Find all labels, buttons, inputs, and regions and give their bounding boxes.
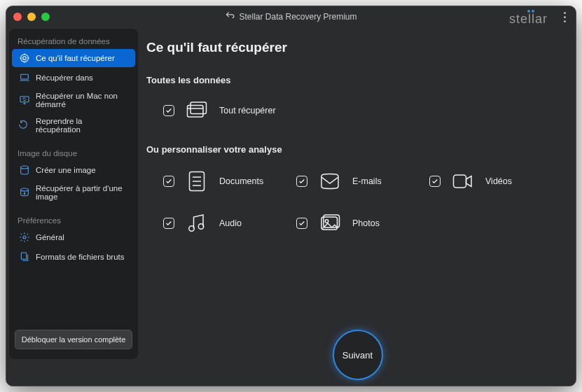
sidebar-header-prefs: Préférences [9, 212, 138, 227]
brand-logo: stellar [509, 12, 548, 27]
sidebar-item-raw-formats[interactable]: Formats de fichiers bruts [12, 248, 135, 266]
sidebar-header-image: Image du disque [9, 145, 138, 160]
svg-rect-8 [188, 106, 204, 118]
sidebar-item-general[interactable]: Général [12, 228, 135, 246]
checkbox-audio[interactable] [163, 218, 174, 229]
sidebar-item-recover-non-booting[interactable]: Récupérer un Mac non démarré [12, 88, 135, 112]
svg-rect-2 [21, 74, 29, 79]
option-documents: Documents [163, 169, 296, 194]
svg-point-15 [325, 220, 328, 223]
option-recover-all: Tout récupérer [163, 98, 569, 123]
svg-point-5 [21, 188, 29, 191]
title-bar: Stellar Data Recovery Premium stellar [6, 6, 576, 27]
svg-point-0 [21, 55, 29, 62]
title-center: Stellar Data Recovery Premium [6, 10, 576, 23]
svg-point-4 [21, 166, 29, 169]
svg-rect-3 [20, 97, 29, 102]
app-window: Stellar Data Recovery Premium stellar Ré… [6, 6, 576, 386]
sidebar-item-recover-from-image[interactable]: Récupérer à partir d'une image [12, 181, 135, 204]
envelope-icon [317, 169, 342, 194]
sidebar-item-label: Reprendre la récupération [36, 117, 128, 134]
option-label: Vidéos [485, 176, 512, 186]
brand-post: ar [535, 12, 548, 26]
option-videos: Vidéos [429, 169, 562, 194]
checkbox-photos[interactable] [296, 218, 307, 229]
target-icon [19, 52, 30, 64]
unlock-full-version-button[interactable]: Débloquer la version complète [15, 330, 132, 349]
photo-icon [317, 211, 342, 236]
zoom-window-button[interactable] [41, 13, 50, 21]
minimize-window-button[interactable] [27, 13, 36, 21]
sidebar-header-recovery: Récupération de données [9, 33, 138, 48]
option-label: Documents [219, 176, 263, 186]
close-window-button[interactable] [13, 13, 22, 21]
checkbox-documents[interactable] [163, 176, 174, 187]
option-audio: Audio [163, 211, 296, 236]
sidebar-item-label: Récupérer un Mac non démarré [36, 92, 128, 108]
svg-point-6 [23, 236, 26, 239]
folder-stack-icon [184, 98, 209, 123]
sidebar-item-label: Général [36, 233, 64, 241]
page-title: Ce qu'il faut récupérer [146, 40, 569, 55]
kebab-menu-icon[interactable] [564, 12, 566, 22]
next-button[interactable]: Suivant [333, 330, 383, 380]
disk-icon [19, 164, 30, 176]
checkbox-recover-all[interactable] [163, 105, 174, 116]
option-emails: E-mails [296, 169, 429, 194]
disk-arrow-icon [19, 187, 30, 198]
customize-heading: Ou personnaliser votre analyse [146, 144, 569, 155]
checkbox-emails[interactable] [296, 176, 307, 187]
checkbox-videos[interactable] [429, 176, 441, 187]
svg-rect-11 [454, 175, 466, 188]
main-panel: Ce qu'il faut récupérer Toutes les donné… [146, 40, 569, 376]
gear-icon [19, 232, 30, 243]
sidebar-item-create-image[interactable]: Créer une image [12, 161, 135, 179]
monitor-reload-icon [19, 94, 30, 106]
option-label: Tout récupérer [219, 106, 276, 115]
laptop-icon [19, 72, 30, 83]
brand-pre: ste [509, 12, 528, 26]
file-stack-icon [19, 251, 30, 262]
sidebar-item-label: Formats de fichiers bruts [36, 253, 125, 261]
sidebar-item-label: Récupérer dans [36, 74, 93, 82]
sidebar-item-resume-recovery[interactable]: Reprendre la récupération [12, 113, 135, 137]
app-title: Stellar Data Recovery Premium [239, 12, 356, 22]
video-icon [450, 169, 476, 194]
svg-rect-7 [21, 253, 26, 259]
sidebar-item-what-to-recover[interactable]: Ce qu'il faut récupérer [12, 49, 135, 67]
back-icon[interactable] [225, 10, 235, 23]
music-note-icon [184, 211, 209, 236]
sidebar-item-label: Créer une image [36, 166, 96, 174]
option-photos: Photos [296, 211, 429, 236]
document-icon [184, 169, 209, 194]
sidebar: Récupération de données Ce qu'il faut ré… [9, 29, 138, 359]
option-label: Photos [352, 218, 380, 228]
next-label: Suivant [342, 350, 373, 360]
option-label: Audio [219, 218, 242, 228]
sidebar-item-label: Récupérer à partir d'une image [36, 184, 128, 201]
sidebar-item-label: Ce qu'il faut récupérer [36, 54, 115, 62]
option-label: E-mails [352, 176, 382, 186]
all-data-heading: Toutes les données [146, 75, 569, 85]
traffic-lights [13, 13, 50, 21]
sidebar-item-recover-from[interactable]: Récupérer dans [12, 69, 135, 87]
svg-point-1 [23, 57, 27, 60]
unlock-label: Débloquer la version complète [22, 335, 126, 344]
resume-icon [19, 120, 30, 131]
